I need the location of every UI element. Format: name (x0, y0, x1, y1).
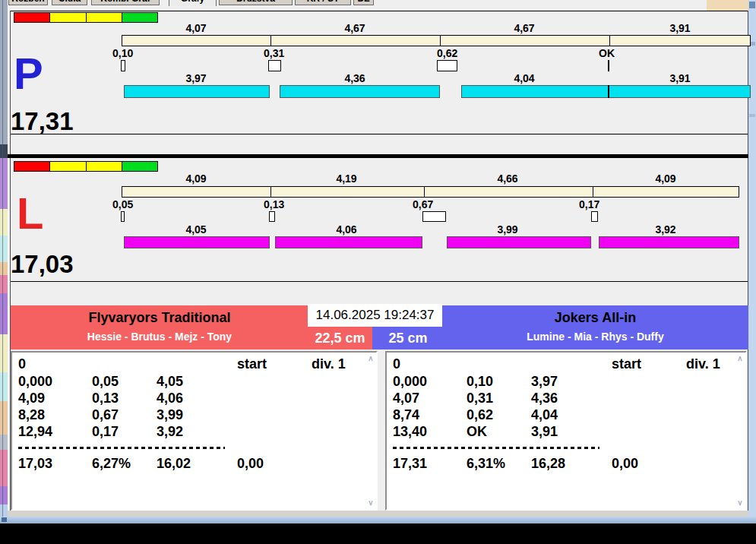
tab-cidla[interactable]: Cidla (52, 0, 87, 5)
table-cell: 0,67 (92, 407, 119, 423)
table-header-cell: div. 1 (686, 356, 720, 372)
deviation-label: 0,17 (579, 198, 599, 210)
lane-l-split-bar (447, 236, 591, 248)
table-total-cell: 17,03 (18, 456, 52, 472)
table-cell: 4,04 (531, 407, 558, 423)
tab-dz[interactable]: DZ (353, 0, 374, 5)
deviation-label: 0,13 (264, 198, 284, 210)
window-bottom-edge (8, 511, 748, 517)
lane-l-split-bar (124, 236, 270, 248)
table-total-cell: 6,31% (467, 456, 505, 472)
table-header-cell: start (612, 356, 641, 372)
interval-label: 4,67 (324, 22, 385, 34)
interval-divider (424, 187, 425, 197)
split-bar-tick (608, 85, 609, 98)
table-header-cell: div. 1 (312, 356, 346, 372)
table-cell: 4,05 (157, 374, 183, 390)
deviation-label-ok: OK (599, 47, 615, 59)
table-cell: 4,36 (531, 391, 558, 406)
split-label: 3,92 (635, 223, 696, 236)
table-cell: 0,13 (92, 391, 119, 406)
split-label: 4,05 (166, 223, 226, 236)
table-cell: 0,000 (18, 374, 52, 390)
table-cell: 3,92 (157, 424, 183, 440)
scroll-down-icon[interactable]: ∨ (735, 498, 745, 508)
taskbar[interactable] (0, 517, 756, 523)
interval-label: 4,07 (166, 22, 226, 34)
interval-divider (609, 36, 610, 46)
team-right-size: 25 cm (374, 327, 442, 349)
table-cell: 3,91 (531, 424, 558, 440)
status-segment-green (122, 12, 158, 23)
team-left-name: Flyvaryors Traditional (11, 307, 308, 328)
table-cell: 0,10 (467, 374, 493, 390)
deviation-label: 0,62 (437, 47, 457, 59)
deviation-box (422, 211, 446, 222)
table-cell: 4,06 (157, 391, 183, 406)
lane-p-status-strip (14, 12, 157, 23)
deviation-label: 0,67 (413, 198, 433, 210)
background-window-right-strip (748, 0, 756, 523)
deviation-ok-tick (608, 60, 609, 71)
scroll-up-icon[interactable]: ∧ (366, 354, 375, 363)
tab-grafy[interactable]: Grafy (169, 0, 217, 6)
right-strip-icon (749, 2, 755, 8)
table-cell: 0,05 (92, 374, 119, 390)
interval-label: 4,67 (494, 22, 555, 34)
split-label: 3,91 (650, 72, 710, 84)
split-label: 4,36 (324, 72, 385, 84)
table-cell: 4,07 (393, 391, 419, 406)
right-strip-mark (749, 114, 755, 117)
status-segment-red (14, 161, 50, 172)
taskbar-icon[interactable] (2, 517, 7, 522)
tab-rozbeh[interactable]: Rozbeh (8, 0, 48, 5)
deviation-label: 0,31 (264, 47, 284, 59)
datetime-display: 14.06.2025 19:24:37 (308, 304, 442, 327)
split-label: 4,04 (494, 72, 555, 84)
table-cell: OK (467, 424, 487, 440)
table-separator (393, 447, 599, 449)
scroll-up-icon[interactable]: ∧ (735, 354, 745, 363)
interval-label: 4,09 (166, 172, 226, 185)
team-left-size: 22,5 cm (308, 327, 372, 349)
lane-l-interval-bar (122, 186, 739, 198)
table-cell: 0,000 (393, 374, 427, 390)
lane-p-split-bar (124, 85, 270, 98)
lane-l-total: 17,03 (11, 251, 74, 278)
status-segment-yellow (86, 161, 122, 172)
table-total-cell: 16,28 (531, 456, 565, 472)
tab-kr-st[interactable]: KR / ST (295, 0, 351, 5)
table-cell: 8,74 (393, 407, 419, 423)
deviation-label: 0,05 (112, 198, 133, 210)
deviation-box (591, 211, 598, 222)
table-total-cell: 6,27% (92, 456, 131, 472)
deviation-box (437, 60, 457, 71)
table-header-cell: 0 (18, 356, 26, 372)
lane-l-bottom-line (11, 281, 748, 282)
interval-divider (593, 187, 593, 197)
scroll-down-icon[interactable]: ∨ (366, 498, 375, 508)
lane-p-interval-bar (122, 35, 751, 46)
table-cell: 13,40 (393, 424, 427, 440)
team-right-name: Jokers All-in (442, 307, 748, 328)
table-cell: 0,62 (467, 407, 493, 423)
table-cell: 3,99 (157, 407, 183, 423)
table-header-cell: start (237, 356, 267, 372)
lane-divider-line (8, 154, 748, 158)
team-left-members: Hessie - Brutus - Mejz - Tony (11, 328, 308, 345)
lane-l-status-strip (14, 161, 157, 172)
interval-divider (270, 36, 271, 46)
app-screen: Rozbeh Cidla Kombi Graf Grafy Druzstva K… (0, 0, 756, 544)
lane-p-top-line (11, 11, 748, 11)
lane-l-split-bar (275, 236, 422, 248)
team-left-splits-table[interactable]: 0 start div. 1 0,000 0,05 4,05 4,09 0,13… (11, 351, 378, 511)
table-cell: 4,09 (18, 391, 45, 406)
tab-kombi-graf[interactable]: Kombi Graf (91, 0, 160, 5)
table-total-cell: 0,00 (237, 456, 264, 472)
table-cell: 0,31 (467, 391, 493, 406)
table-total-cell: 16,02 (157, 456, 191, 472)
team-right-splits-table[interactable]: 0 start div. 1 0,000 0,10 3,97 4,07 0,31… (385, 351, 747, 511)
table-cell: 8,28 (18, 407, 45, 423)
lane-l-letter: L (17, 191, 43, 236)
tab-druzstva[interactable]: Druzstva (219, 0, 293, 5)
